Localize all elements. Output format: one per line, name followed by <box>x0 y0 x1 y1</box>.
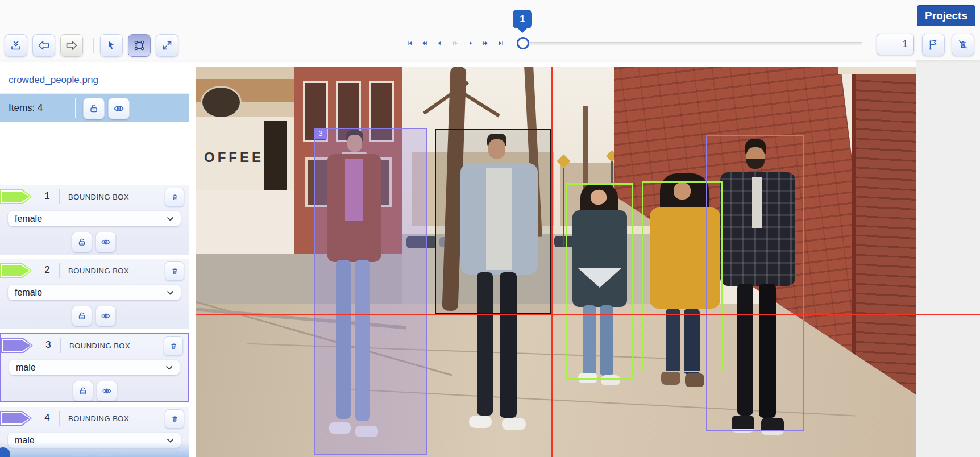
bounding-box-tool-icon <box>132 39 146 52</box>
trash-slash-icon <box>956 38 970 52</box>
item-color-tag <box>0 411 32 426</box>
visibility-item-button[interactable] <box>97 381 117 401</box>
class-select[interactable]: male <box>9 360 180 375</box>
lock-item-button[interactable] <box>72 232 92 252</box>
last-frame-button[interactable] <box>495 38 507 49</box>
item-color-tag <box>0 263 32 278</box>
fast-forward-icon <box>483 39 488 48</box>
item-divider <box>60 338 61 353</box>
eye-icon <box>101 385 113 397</box>
undo-arrow-left-icon <box>37 39 51 52</box>
annotation-item-1[interactable]: 1 BOUNDING BOX female <box>0 185 189 255</box>
visibility-all-button[interactable] <box>108 98 130 119</box>
redo-button[interactable] <box>60 34 83 57</box>
item-type-label: BOUNDING BOX <box>68 193 129 201</box>
toolbar: 1 Projects <box>0 0 980 60</box>
annotation-item-3[interactable]: 3 BOUNDING BOX male <box>0 333 189 402</box>
item-color-tag-border <box>1 412 31 425</box>
crosshair-vertical-line <box>551 67 553 457</box>
class-select[interactable]: female <box>8 285 181 300</box>
pointer-tool-button[interactable] <box>100 34 123 57</box>
bounding-box-1[interactable] <box>566 183 633 380</box>
skip-end-icon <box>498 39 504 48</box>
skip-start-icon <box>407 39 413 48</box>
item-divider <box>59 411 60 426</box>
bounding-box-tool-button[interactable] <box>128 34 151 57</box>
fast-backward-button[interactable] <box>418 38 431 49</box>
class-select[interactable]: female <box>8 211 181 226</box>
item-number: 1 <box>40 190 55 202</box>
item-color-tag-fill <box>3 340 31 351</box>
class-select-value: female <box>15 288 167 298</box>
chevron-down-icon <box>165 365 173 370</box>
visibility-item-button[interactable] <box>95 232 116 252</box>
item-color-tag-fill <box>2 413 30 423</box>
flag-icon <box>927 38 940 52</box>
flag-button[interactable] <box>922 34 945 56</box>
trash-icon <box>168 341 179 352</box>
delete-item-button[interactable] <box>165 409 184 429</box>
lock-icon <box>88 102 100 115</box>
rewind-icon <box>422 39 427 48</box>
image-canvas[interactable]: OFFEE <box>196 67 916 457</box>
delete-item-button[interactable] <box>164 336 183 356</box>
delete-all-button[interactable] <box>952 34 974 56</box>
redo-arrow-right-icon <box>65 39 78 52</box>
lock-icon <box>76 236 88 248</box>
item-color-tag-border <box>1 264 31 277</box>
bounding-box-4[interactable] <box>706 135 804 431</box>
item-number: 4 <box>40 412 55 423</box>
trash-icon <box>169 266 180 277</box>
item-number: 3 <box>41 339 56 351</box>
fast-forward-button[interactable] <box>479 38 492 49</box>
current-file-name: crowded_people.png <box>0 67 189 94</box>
item-color-tag-fill <box>2 192 30 202</box>
delete-item-button[interactable] <box>165 188 184 207</box>
frame-position-value: 1 <box>520 14 525 25</box>
play-button[interactable] <box>449 38 462 49</box>
first-frame-button[interactable] <box>404 38 416 49</box>
lock-icon <box>76 310 88 322</box>
items-header-divider <box>75 98 76 118</box>
fullscreen-button[interactable] <box>156 34 178 57</box>
chevron-down-icon <box>167 217 174 221</box>
frame-position-tooltip: 1 <box>513 10 532 28</box>
item-type-label: BOUNDING BOX <box>68 267 129 275</box>
annotations-sidebar: crowded_people.png Items: 4 1 BOUNDING B… <box>0 60 189 457</box>
delete-item-button[interactable] <box>165 261 184 281</box>
next-frame-button[interactable] <box>464 38 477 49</box>
visibility-item-button[interactable] <box>95 306 116 326</box>
draft-box[interactable] <box>435 129 551 314</box>
trash-icon <box>169 192 180 203</box>
projects-button-label: Projects <box>925 10 967 22</box>
item-type-label: BOUNDING BOX <box>69 342 130 350</box>
pointer-cursor-icon <box>105 39 118 52</box>
bounding-box-3[interactable]: 3 <box>314 128 427 455</box>
lock-item-button[interactable] <box>73 381 93 401</box>
lock-item-button[interactable] <box>72 306 92 326</box>
items-header: Items: 4 <box>0 94 189 122</box>
eye-icon <box>113 102 125 115</box>
class-select-value: male <box>16 363 165 373</box>
eye-icon <box>100 236 111 248</box>
crosshair-horizontal-line <box>196 314 980 315</box>
undo-button[interactable] <box>32 34 55 57</box>
item-number: 2 <box>40 264 55 276</box>
frame-number-input[interactable] <box>877 34 914 55</box>
prev-frame-icon <box>437 39 442 48</box>
fullscreen-expand-icon <box>161 39 173 52</box>
item-divider <box>59 189 60 204</box>
save-button[interactable] <box>5 34 27 57</box>
play-icon <box>452 39 458 48</box>
item-color-tag <box>1 338 33 353</box>
projects-button[interactable]: Projects <box>917 5 975 26</box>
annotation-item-2[interactable]: 2 BOUNDING BOX female <box>0 259 189 329</box>
item-type-label: BOUNDING BOX <box>68 414 129 423</box>
sidebar-bottom-gradient <box>0 442 189 457</box>
previous-frame-button[interactable] <box>433 38 446 49</box>
file-name-text: crowded_people.png <box>9 74 98 86</box>
lock-all-button[interactable] <box>83 98 105 119</box>
timeline-slider-handle[interactable] <box>517 37 529 49</box>
timeline-slider-track[interactable] <box>522 42 862 45</box>
next-frame-icon <box>468 39 474 48</box>
